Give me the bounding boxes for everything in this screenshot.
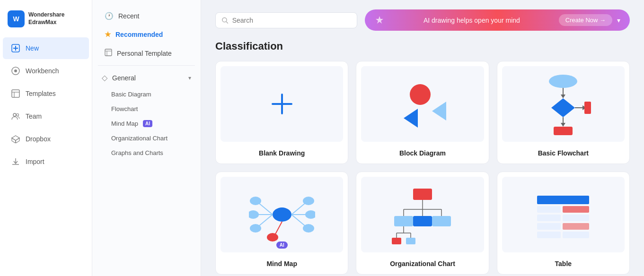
- ai-star-icon: [374, 15, 385, 26]
- svg-rect-67: [537, 196, 589, 204]
- sidebar-item-new[interactable]: New: [3, 37, 89, 59]
- svg-rect-72: [537, 223, 561, 230]
- ai-banner[interactable]: AI drawing helps open your mind Create N…: [365, 9, 630, 31]
- main-content: AI drawing helps open your mind Create N…: [201, 0, 644, 276]
- middle-item-recent-label: Recent: [118, 12, 139, 20]
- card-block-diagram[interactable]: Block Diagram: [356, 61, 489, 164]
- templates-icon: [10, 88, 21, 99]
- chevron-down-icon: ▾: [188, 75, 191, 81]
- svg-point-11: [17, 114, 19, 116]
- svg-point-47: [305, 210, 315, 219]
- sidebar-item-team[interactable]: Team: [3, 105, 89, 127]
- sub-item-flowchart-label: Flowchart: [111, 105, 138, 112]
- mind-map-icon: [249, 184, 315, 245]
- card-visual-orgchart: [361, 177, 484, 252]
- logo-area: W Wondershare EdrawMax: [0, 6, 92, 37]
- svg-line-50: [275, 222, 282, 235]
- sub-item-mind-map-label: Mind Map: [111, 120, 138, 127]
- svg-point-49: [303, 224, 314, 233]
- sub-item-org-chart[interactable]: Organizational Chart: [92, 131, 201, 146]
- svg-rect-17: [105, 49, 112, 56]
- svg-rect-60: [432, 216, 451, 226]
- cards-grid: Blank Drawing Block Diagram: [215, 61, 630, 275]
- sidebar-item-templates-label: Templates: [26, 90, 56, 97]
- svg-point-51: [267, 233, 278, 242]
- import-icon: [10, 156, 21, 167]
- svg-point-39: [250, 197, 261, 205]
- sidebar-item-dropbox[interactable]: Dropbox: [3, 128, 89, 150]
- recent-icon: 🕐: [105, 12, 114, 20]
- svg-rect-7: [12, 90, 19, 97]
- card-mind-map-label: Mind Map: [221, 257, 343, 269]
- sidebar-item-templates[interactable]: Templates: [3, 83, 89, 104]
- card-visual-mindmap: AI: [221, 177, 343, 252]
- sidebar-item-dropbox-label: Dropbox: [26, 135, 51, 143]
- dropbox-icon: [10, 134, 21, 144]
- svg-line-44: [291, 203, 306, 215]
- ai-banner-text: AI drawing helps open your mind: [389, 17, 554, 24]
- blank-drawing-icon: [268, 90, 296, 118]
- svg-point-10: [13, 113, 16, 116]
- dropdown-icon[interactable]: ▾: [617, 17, 620, 24]
- svg-rect-73: [563, 223, 589, 230]
- sub-item-mind-map[interactable]: Mind Map AI: [92, 116, 201, 131]
- card-visual-flowchart: [502, 66, 625, 142]
- card-mind-map[interactable]: AI Mind Map: [215, 172, 348, 275]
- card-visual-table: [502, 177, 625, 252]
- svg-point-6: [14, 69, 17, 72]
- svg-rect-58: [413, 216, 432, 226]
- middle-item-recommended[interactable]: ★ Recommended: [95, 26, 198, 43]
- create-now-button[interactable]: Create Now →: [559, 14, 612, 26]
- card-blank-drawing[interactable]: Blank Drawing: [215, 61, 348, 164]
- svg-rect-70: [537, 215, 561, 221]
- section-general[interactable]: ◇ General ▾: [92, 69, 201, 87]
- svg-rect-75: [563, 232, 589, 238]
- top-bar: AI drawing helps open your mind Create N…: [215, 9, 630, 31]
- svg-marker-32: [561, 123, 565, 127]
- ai-mini-badge-mindmap: AI: [276, 242, 288, 249]
- section-general-label: General: [112, 74, 136, 82]
- card-basic-flowchart-label: Basic Flowchart: [502, 147, 625, 159]
- sub-item-graphs-charts[interactable]: Graphs and Charts: [92, 146, 201, 160]
- team-icon: [10, 111, 21, 121]
- svg-point-37: [273, 207, 291, 222]
- svg-rect-36: [584, 102, 591, 114]
- divider: [98, 65, 195, 66]
- svg-point-20: [222, 17, 227, 22]
- svg-point-41: [249, 210, 259, 219]
- sidebar-item-team-label: Team: [26, 112, 42, 120]
- middle-item-recommended-label: Recommended: [115, 31, 163, 38]
- svg-rect-64: [392, 238, 401, 244]
- svg-rect-56: [394, 216, 413, 226]
- sidebar-item-workbench[interactable]: Workbench: [3, 60, 89, 82]
- search-input[interactable]: [232, 17, 351, 24]
- sub-item-basic-diagram-label: Basic Diagram: [111, 91, 151, 98]
- sub-item-graphs-charts-label: Graphs and Charts: [111, 149, 163, 156]
- sub-item-basic-diagram[interactable]: Basic Diagram: [92, 87, 201, 102]
- search-box[interactable]: [215, 12, 357, 28]
- svg-marker-29: [561, 95, 565, 98]
- card-table[interactable]: Table: [497, 172, 630, 275]
- svg-point-24: [410, 84, 431, 105]
- search-icon: [221, 17, 229, 24]
- personal-template-icon: [105, 49, 112, 58]
- middle-panel: 🕐 Recent ★ Recommended Personal Template…: [92, 0, 201, 276]
- svg-marker-13: [16, 138, 19, 143]
- card-org-chart[interactable]: Organizational Chart: [356, 172, 489, 275]
- table-icon: [532, 189, 594, 241]
- sidebar-item-new-label: New: [26, 44, 39, 52]
- sub-item-flowchart[interactable]: Flowchart: [92, 102, 201, 116]
- block-diagram-icon: [394, 76, 451, 132]
- sidebar-item-import[interactable]: Import: [3, 151, 89, 172]
- svg-marker-26: [404, 109, 418, 128]
- ai-badge-mind-map: AI: [143, 120, 152, 127]
- svg-rect-74: [537, 232, 561, 238]
- middle-item-personal-template[interactable]: Personal Template: [95, 44, 198, 62]
- card-block-diagram-label: Block Diagram: [361, 147, 484, 159]
- svg-rect-52: [413, 189, 432, 200]
- org-chart-icon: [389, 184, 456, 245]
- recommended-icon: ★: [105, 30, 111, 39]
- middle-item-recent[interactable]: 🕐 Recent: [95, 7, 198, 25]
- app-name: Wondershare EdrawMax: [28, 11, 64, 26]
- card-basic-flowchart[interactable]: Basic Flowchart: [497, 61, 630, 164]
